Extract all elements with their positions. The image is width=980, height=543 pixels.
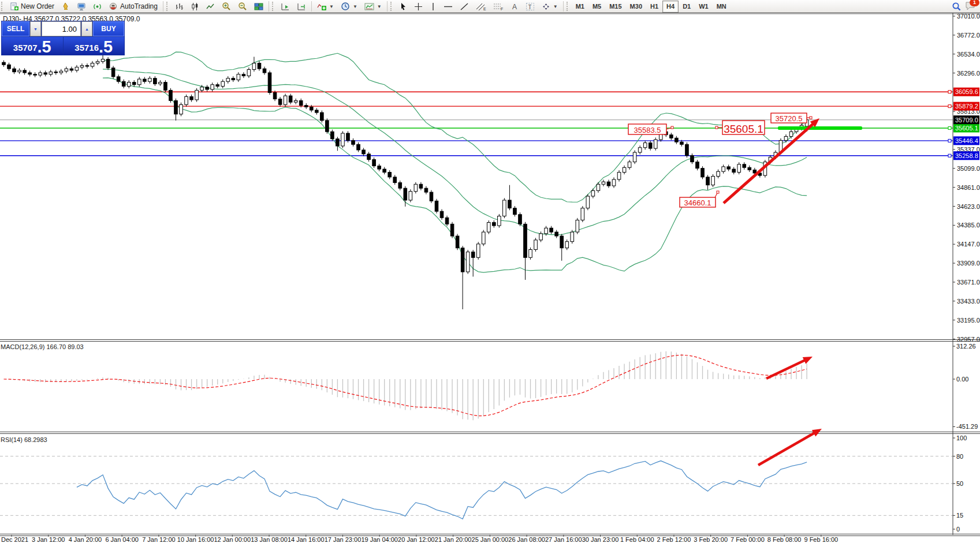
candle-body xyxy=(586,196,590,208)
rsi-tick-label: 15 xyxy=(956,512,963,519)
candle-body xyxy=(357,144,360,150)
candle-body xyxy=(743,164,746,168)
price-tick-label: 34623.0 xyxy=(957,203,980,210)
candle-body xyxy=(789,132,793,136)
macd-tick-label: -451.29 xyxy=(956,423,978,430)
candle-body xyxy=(476,244,480,257)
candle-body xyxy=(336,139,340,146)
candle-body xyxy=(154,78,157,84)
candle-body xyxy=(711,176,715,185)
candle-body xyxy=(617,173,621,179)
sell-price-main: 35707 xyxy=(13,42,38,54)
time-axis-label: 13 Jan 08:00 xyxy=(251,536,288,543)
time-axis-label: 17 Jan 23:00 xyxy=(325,536,362,543)
time-axis-label: 7 Feb 00:00 xyxy=(731,536,765,543)
price-tick-label: 33195.0 xyxy=(957,317,980,324)
time-axis-label: 6 Jan 04:00 xyxy=(105,536,139,543)
sell-price-frac: .5 xyxy=(38,39,51,54)
candle-body xyxy=(252,63,256,69)
macd-tick-label: 0.00 xyxy=(956,376,968,383)
candle-body xyxy=(732,169,736,173)
time-axis-label: 3 Jan 12:00 xyxy=(32,536,65,543)
time-axis-label: 9 Feb 16:00 xyxy=(804,536,838,543)
volume-input[interactable]: 1.00 xyxy=(42,21,81,36)
candle-body xyxy=(534,240,538,250)
candle-body xyxy=(13,69,16,72)
candle-body xyxy=(352,140,355,144)
candle-body xyxy=(216,85,219,87)
price-line-anchor xyxy=(948,126,951,129)
candle-body xyxy=(450,224,454,236)
candle-body xyxy=(122,81,125,86)
price-badge-text: 35879.2 xyxy=(955,103,978,110)
green-highlight-bar[interactable] xyxy=(778,126,862,130)
candle-body xyxy=(461,248,464,272)
candle-body xyxy=(612,179,616,186)
candle-body xyxy=(372,159,376,166)
candle-body xyxy=(346,133,350,140)
candle-body xyxy=(628,162,631,168)
candle-body xyxy=(247,69,251,76)
candle-body xyxy=(294,100,297,102)
candle-body xyxy=(414,184,418,191)
volume-decrease-button[interactable]: ▼ xyxy=(30,21,41,36)
callout-anchor xyxy=(810,117,812,119)
candle-body xyxy=(367,154,371,160)
candle-body xyxy=(96,62,99,63)
candle-body xyxy=(670,135,673,138)
price-tick-label: 34385.0 xyxy=(957,222,980,229)
candle-body xyxy=(315,110,319,113)
candle-body xyxy=(159,83,162,84)
candle-body xyxy=(565,242,569,248)
one-click-trading-panel: SELL ▼ 1.00 ▲ BUY 35707.5 35716.5 xyxy=(1,21,125,55)
candle-body xyxy=(169,90,173,100)
candle-body xyxy=(675,138,679,142)
candle-body xyxy=(211,85,214,89)
price-badge-text: 36059.6 xyxy=(955,88,978,95)
candle-body xyxy=(195,90,199,100)
macd-label: MACD(12,26,9) 166.70 89.03 xyxy=(1,343,84,350)
price-badge-text: 35258.8 xyxy=(955,152,978,159)
candle-body xyxy=(498,216,501,226)
price-tick-label: 34861.0 xyxy=(957,184,980,191)
candle-body xyxy=(409,192,412,200)
time-axis-label: 27 Jan 16:00 xyxy=(545,536,582,543)
candle-body xyxy=(404,188,407,200)
buy-price[interactable]: 35716.5 xyxy=(64,37,125,55)
candle-body xyxy=(638,148,642,152)
price-tick-label: 36296.0 xyxy=(957,70,980,77)
candle-body xyxy=(753,170,757,173)
price-line-anchor xyxy=(948,91,951,93)
time-axis-label: 7 Jan 12:00 xyxy=(142,536,176,543)
rsi-tick-label: 0 xyxy=(956,526,960,533)
price-line-anchor xyxy=(948,154,951,157)
sell-price[interactable]: 35707.5 xyxy=(2,37,63,55)
candle-body xyxy=(273,93,277,99)
price-tick-label: 36534.0 xyxy=(957,51,980,58)
candle-body xyxy=(33,74,37,75)
price-line-anchor xyxy=(948,139,951,142)
candle-body xyxy=(59,71,63,73)
candle-body xyxy=(435,201,438,211)
rsi-tick-label: 100 xyxy=(956,435,967,441)
candle-body xyxy=(200,87,204,91)
candle-body xyxy=(378,166,381,170)
candle-body xyxy=(127,83,131,87)
candle-body xyxy=(206,87,209,89)
candle-body xyxy=(143,79,147,81)
candle-body xyxy=(164,83,167,91)
volume-increase-button[interactable]: ▲ xyxy=(81,21,92,36)
price-tick-label: 32957.0 xyxy=(957,336,980,343)
candle-body xyxy=(748,167,751,170)
candle-body xyxy=(331,132,334,138)
buy-button[interactable]: BUY xyxy=(93,21,124,36)
candle-body xyxy=(550,228,553,232)
time-axis-label: 12 Jan 00:00 xyxy=(214,536,251,543)
candle-body xyxy=(190,96,193,100)
candle-body xyxy=(65,69,68,71)
sell-button[interactable]: SELL xyxy=(2,21,29,36)
chart-area[interactable]: 37010.036772.036534.036296.035813.035337… xyxy=(0,0,980,543)
candle-body xyxy=(18,70,21,72)
candle-body xyxy=(226,78,230,82)
candle-body xyxy=(44,73,47,74)
